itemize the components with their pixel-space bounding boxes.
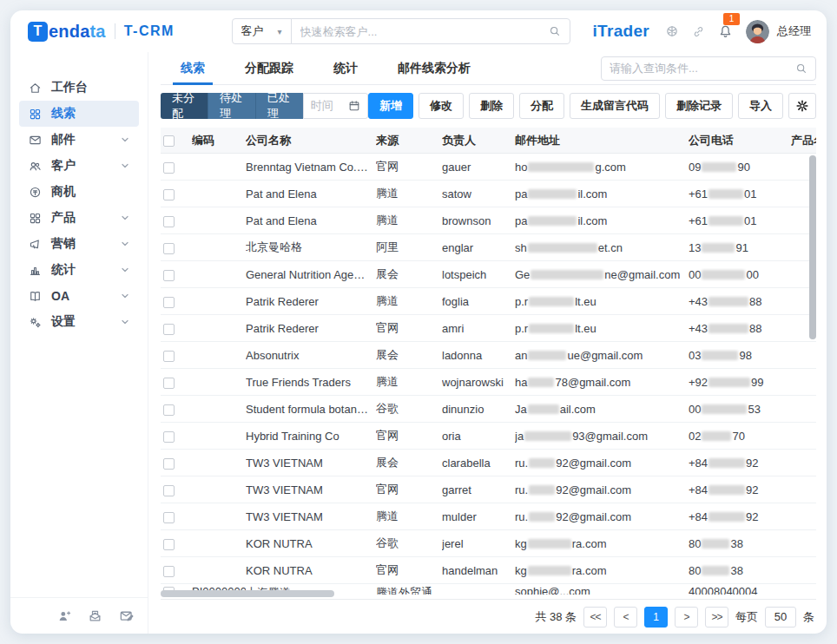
- quick-search-input[interactable]: [300, 25, 549, 38]
- row-checkbox[interactable]: [163, 539, 175, 550]
- sidebar-item-oa[interactable]: OA: [19, 283, 139, 309]
- table-row[interactable]: Patrik Rederer官网amrip.rlt.eu+4388: [161, 315, 816, 342]
- row-checkbox[interactable]: [163, 431, 175, 443]
- row-checkbox[interactable]: [163, 404, 175, 416]
- delete-button[interactable]: 删除: [469, 93, 514, 119]
- cell-email: hog.com: [515, 161, 689, 174]
- sidebar-item-settings[interactable]: 设置: [19, 309, 139, 335]
- table-settings-gear-button[interactable]: [788, 93, 816, 119]
- table-row[interactable]: Pat and Elena腾道satowpail.com+6101: [161, 181, 816, 207]
- phone-prefix: 09: [689, 161, 701, 174]
- row-checkbox[interactable]: [163, 216, 175, 227]
- table-row[interactable]: Patrik Rederer腾道fogliap.rlt.eu+4388: [161, 288, 816, 315]
- row-checkbox[interactable]: [163, 243, 175, 254]
- cell-owner: ladonna: [442, 349, 515, 362]
- redacted-blur: [708, 512, 745, 522]
- column-header: 公司电话: [689, 133, 791, 148]
- generate-message-code-button[interactable]: 生成留言代码: [570, 93, 660, 119]
- quick-search-box: [291, 18, 570, 44]
- compose-mail-icon[interactable]: [119, 608, 134, 623]
- segment-processed[interactable]: 已处理: [255, 93, 303, 119]
- row-checkbox[interactable]: [163, 324, 175, 335]
- avatar[interactable]: [746, 20, 769, 43]
- table-row[interactable]: 北京曼哈格阿里englarshet.cn1391: [161, 234, 816, 261]
- table-row[interactable]: Absonutrix展会ladonnaanue@gmail.com0398: [161, 342, 816, 369]
- table-row[interactable]: KOR NUTRA谷歌jerelkgra.com8038: [161, 530, 816, 557]
- table-row[interactable]: General Nutrition Agency ...展会lotspeichG…: [161, 261, 816, 288]
- row-checkbox[interactable]: [163, 270, 175, 281]
- select-all-checkbox[interactable]: [163, 135, 175, 147]
- sidebar-item-customers[interactable]: 客户: [19, 153, 139, 179]
- redacted-blur: [529, 485, 555, 495]
- grid-icon: [29, 108, 42, 121]
- tabs: 线索分配跟踪统计邮件线索分析: [161, 52, 491, 84]
- per-page-input[interactable]: [765, 607, 796, 628]
- tab-statistics[interactable]: 统计: [313, 52, 378, 84]
- import-button[interactable]: 导入: [738, 93, 783, 119]
- search-icon[interactable]: [795, 62, 807, 75]
- link-icon[interactable]: [692, 25, 705, 38]
- row-checkbox[interactable]: [163, 297, 175, 308]
- row-checkbox[interactable]: [163, 378, 175, 389]
- current-page-button[interactable]: 1: [644, 607, 668, 628]
- table-row[interactable]: TW3 VIETNAM腾道mulderru.92@gmail.com+8492: [161, 503, 816, 530]
- segment-unassigned[interactable]: 未分配: [161, 93, 208, 119]
- row-checkbox[interactable]: [163, 458, 175, 470]
- next-page-button[interactable]: >: [675, 607, 698, 628]
- table-body: Brenntag Vietnam Co. LTD官网gauerhog.com09…: [161, 154, 816, 595]
- ai-assistant-icon[interactable]: [665, 24, 679, 38]
- table-row[interactable]: Student formula botanica谷歌dinunzioJaail.…: [161, 396, 816, 423]
- sidebar-item-marketing[interactable]: 营销: [19, 231, 139, 257]
- date-filter-input[interactable]: 时间: [303, 93, 368, 119]
- phone-suffix: 01: [744, 187, 756, 200]
- email-suffix: ne@gmail.com: [604, 268, 680, 281]
- sidebar-item-leads[interactable]: 线索: [19, 101, 139, 127]
- assign-button[interactable]: 分配: [519, 93, 564, 119]
- sidebar-item-mail[interactable]: 邮件: [19, 127, 139, 153]
- first-page-button[interactable]: <<: [583, 607, 607, 628]
- delete-records-button[interactable]: 删除记录: [665, 93, 733, 119]
- query-search-input[interactable]: [610, 62, 795, 75]
- chevron-down-icon: [121, 240, 129, 248]
- cell-source: 阿里: [376, 240, 442, 255]
- app-logo[interactable]: T endata T-CRM: [28, 22, 175, 42]
- search-category-select[interactable]: 客户 ▾: [232, 18, 292, 44]
- add-button[interactable]: 新增: [368, 93, 413, 119]
- last-page-button[interactable]: >>: [705, 607, 728, 628]
- table-row[interactable]: TW3 VIETNAM展会clarabellaru.92@gmail.com+8…: [161, 450, 816, 476]
- tab-assignment-tracking[interactable]: 分配跟踪: [225, 52, 313, 84]
- cell-owner: wojnarowski: [442, 376, 515, 389]
- edit-button[interactable]: 修改: [418, 93, 464, 119]
- table-row[interactable]: TW3 VIETNAM官网garretru.92@gmail.com+8492: [161, 476, 816, 503]
- segment-pending[interactable]: 待处理: [208, 93, 255, 119]
- brand-tail: ta: [89, 22, 105, 41]
- sidebar-item-statistics[interactable]: 统计: [19, 257, 139, 283]
- row-checkbox[interactable]: [163, 512, 175, 523]
- redacted-blur: [702, 431, 731, 441]
- row-checkbox[interactable]: [163, 566, 175, 577]
- table-row[interactable]: True Friends Traders腾道wojnarowskiha78@gm…: [161, 369, 816, 396]
- inbox-mail-icon[interactable]: [88, 608, 102, 623]
- row-checkbox[interactable]: [163, 162, 175, 174]
- row-checkbox[interactable]: [163, 351, 175, 362]
- bell-icon[interactable]: 1: [718, 24, 733, 39]
- search-icon[interactable]: [549, 25, 561, 37]
- tab-leads[interactable]: 线索: [161, 52, 225, 84]
- sidebar-item-products[interactable]: 产品: [19, 205, 139, 231]
- prev-page-button[interactable]: <: [614, 607, 637, 628]
- cell-phone: 8038: [689, 537, 791, 550]
- table-row[interactable]: Brenntag Vietnam Co. LTD官网gauerhog.com09…: [161, 154, 816, 181]
- sidebar-item-workbench[interactable]: 工作台: [19, 75, 139, 101]
- vertical-scrollbar-thumb[interactable]: [809, 155, 816, 339]
- row-checkbox[interactable]: [163, 189, 175, 200]
- sidebar-item-opportunities[interactable]: 商机: [19, 179, 139, 205]
- table-row[interactable]: Hybrid Training Co官网oriaja93@gmail.com02…: [161, 423, 816, 450]
- table-row[interactable]: Pat and Elena腾道brownsonpail.com+6101: [161, 207, 816, 234]
- table-row[interactable]: KOR NUTRA官网handelmankgra.com8038: [161, 557, 816, 584]
- contact-add-icon[interactable]: [57, 609, 71, 623]
- tab-email-lead-analysis[interactable]: 邮件线索分析: [378, 52, 491, 84]
- row-checkbox[interactable]: [163, 485, 175, 496]
- horizontal-scrollbar-thumb[interactable]: [161, 590, 334, 597]
- cell-owner: clarabella: [442, 457, 515, 470]
- itrader-logo[interactable]: iTrader: [593, 22, 649, 41]
